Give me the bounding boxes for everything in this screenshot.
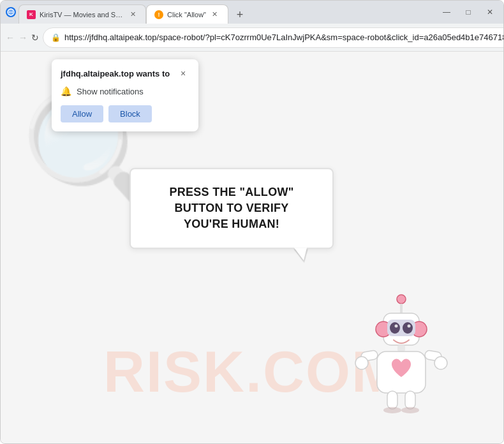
reload-button[interactable]: ↻ [31,29,39,47]
title-bar-left [6,7,16,17]
tab-title-2: Click "Allow" [167,11,206,18]
popup-buttons: Allow Block [61,105,189,122]
browser-icon [6,7,16,17]
svg-point-12 [395,325,398,328]
svg-point-13 [408,325,411,328]
bell-icon: 🔔 [61,86,71,96]
tab-2[interactable]: ! Click "Allow" ✕ [146,4,228,24]
svg-point-10 [390,322,400,334]
popup-permission: 🔔 Show notifications [61,86,189,96]
back-button[interactable]: ← [6,29,15,47]
allow-button[interactable]: Allow [61,105,103,122]
svg-point-4 [397,295,406,304]
svg-point-22 [383,407,401,413]
popup-header: jfdhq.altaipeak.top wants to × [61,67,189,80]
tab-1[interactable]: K KirisTV — Movies and Series D... ✕ [19,4,146,24]
svg-point-19 [434,357,447,369]
page-content: 🔍 RISK.COM jfdhq.altaipeak.top wants to … [1,52,503,443]
forward-button[interactable]: → [19,29,27,47]
tab-title-1: KirisTV — Movies and Series D... [40,11,124,18]
svg-point-11 [403,322,413,334]
tab-close-1[interactable]: ✕ [128,10,138,20]
permission-label: Show notifications [77,87,144,96]
popup-domain: jfdhq.altaipeak.top [61,69,134,78]
address-bar: ← → ↻ 🔒 https://jfdhq.altaipeak.top/spac… [1,24,503,52]
popup-close-button[interactable]: × [177,67,189,80]
svg-point-18 [355,357,368,369]
svg-point-23 [401,407,419,413]
message-bubble: PRESS THE "ALLOW" BUTTON TO VERIFY YOU'R… [130,168,334,249]
tab-bar: K KirisTV — Movies and Series D... ✕ ! C… [19,1,431,24]
minimize-button[interactable]: — [438,6,455,18]
url-text: https://jfdhq.altaipeak.top/space-robot/… [64,33,504,42]
new-tab-button[interactable]: + [231,6,249,24]
url-bar[interactable]: 🔒 https://jfdhq.altaipeak.top/space-robo… [43,27,504,48]
svg-rect-14 [397,345,405,352]
block-button[interactable]: Block [108,105,152,122]
robot-illustration [350,288,452,418]
tab-favicon-1: K [27,10,36,19]
maximize-button[interactable]: □ [460,6,477,18]
main-message-text: PRESS THE "ALLOW" BUTTON TO VERIFY YOU'R… [151,184,312,233]
window-controls: — □ ✕ [438,6,498,18]
tab-favicon-2: ! [154,10,163,19]
notification-popup: jfdhq.altaipeak.top wants to × 🔔 Show no… [52,59,198,131]
lock-icon: 🔒 [51,33,61,42]
title-bar: K KirisTV — Movies and Series D... ✕ ! C… [1,1,503,24]
tab-close-2[interactable]: ✕ [210,10,220,20]
svg-rect-20 [387,391,397,409]
main-message-container: PRESS THE "ALLOW" BUTTON TO VERIFY YOU'R… [130,168,334,249]
svg-rect-21 [405,391,415,409]
browser-window: K KirisTV — Movies and Series D... ✕ ! C… [0,0,504,444]
robot-svg [350,288,452,415]
popup-title: jfdhq.altaipeak.top wants to [61,69,170,78]
close-button[interactable]: ✕ [482,6,498,18]
popup-wants-to: wants to [134,69,170,78]
